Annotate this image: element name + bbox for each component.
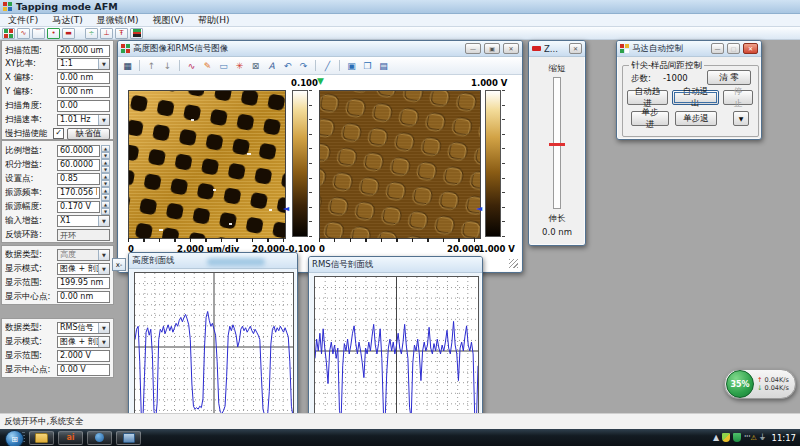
chevron-down-icon: ▼ xyxy=(98,250,109,260)
setpoint-spinner[interactable]: ▲▼ xyxy=(101,173,110,185)
p-gain-spinner[interactable]: ▲▼ xyxy=(101,145,110,157)
minimize-button[interactable]: — xyxy=(465,43,481,54)
hidden-window-tab[interactable]: x- xyxy=(112,258,126,271)
i-gain-input[interactable] xyxy=(57,159,100,171)
palette-icon[interactable] xyxy=(130,28,143,39)
chevron-down-icon: ▼ xyxy=(98,323,109,333)
afm-application: Tapping mode AFM 文件(F) 马达(T) 显微镜(M) 视图(V… xyxy=(0,0,800,446)
auto-retract-button[interactable]: 自动退出 xyxy=(672,90,719,105)
rms-display-mode-select[interactable]: 图像 + 剖面线▼ xyxy=(57,336,110,348)
tray-expand-icon[interactable]: ▲ xyxy=(713,434,719,442)
taskbar-app2-button[interactable]: ai xyxy=(58,431,83,445)
line-profile-icon[interactable]: ╱ xyxy=(321,59,334,72)
rms-profile-plot[interactable] xyxy=(314,276,479,426)
rect-select-icon[interactable]: ▭ xyxy=(217,59,230,72)
point-scan-icon[interactable]: • xyxy=(47,28,60,39)
xy-ratio-select[interactable]: 1:1▼ xyxy=(57,58,110,70)
taskbar: ai xyxy=(0,429,800,446)
default-values-button[interactable]: 缺省值 xyxy=(67,128,110,140)
approach-icon[interactable]: ÷ xyxy=(85,28,98,39)
copy-image-icon[interactable]: ❐ xyxy=(361,59,374,72)
clear-steps-button[interactable]: 清 零 xyxy=(707,70,751,85)
drive-freq-spinner[interactable]: ▲▼ xyxy=(101,187,110,199)
auto-approach-button[interactable]: 自动趋进 xyxy=(627,90,668,105)
rms-profile-titlebar[interactable]: RMS信号剖面线 xyxy=(309,257,482,273)
close-button[interactable]: ✕ xyxy=(743,43,758,54)
power-plug-icon[interactable]: ⏚ xyxy=(760,434,766,442)
curve-icon[interactable]: ⌒ xyxy=(32,28,45,39)
brush-icon[interactable]: ✎ xyxy=(201,59,214,72)
scan-down-icon[interactable]: ↓ xyxy=(161,59,174,72)
system-tray: ▲ ᶦᶦᶦ⚠ ⏚ 11:17 xyxy=(713,429,800,446)
scan-up-icon[interactable]: ↑ xyxy=(145,59,158,72)
grid-select-icon[interactable]: ⊠ xyxy=(249,59,262,72)
i-gain-spinner[interactable]: ▲▼ xyxy=(101,159,110,171)
menu-view[interactable]: 视图(V) xyxy=(153,14,184,27)
input-gain-select[interactable]: X1▼ xyxy=(57,215,110,227)
undo-icon[interactable]: ↶ xyxy=(281,59,294,72)
motor-options-dropdown[interactable]: ▼ xyxy=(733,111,749,126)
tip-up-icon[interactable]: Ŧ xyxy=(115,28,128,39)
palette-adjust-icon[interactable]: ∿ xyxy=(185,59,198,72)
slow-scan-checkbox[interactable]: ✓ xyxy=(53,128,64,139)
drive-freq-input[interactable] xyxy=(57,187,100,199)
start-button[interactable]: ⊞ xyxy=(5,430,24,446)
spectrum-icon[interactable]: ∿ xyxy=(17,28,30,39)
close-button[interactable]: ✕ xyxy=(569,43,582,54)
save-image-icon[interactable]: ▤ xyxy=(377,59,390,72)
x-offset-input[interactable] xyxy=(57,72,110,84)
minimize-button[interactable]: — xyxy=(711,43,724,54)
motor-window-titlebar[interactable]: 马达自动控制 — ▢ ✕ xyxy=(617,41,761,57)
scan-rate-select[interactable]: 1.01 Hz▼ xyxy=(57,114,110,126)
z-window-titlebar[interactable]: Z... ✕ xyxy=(529,41,585,57)
menu-microscope[interactable]: 显微镜(M) xyxy=(97,14,139,27)
restore-button[interactable]: ▣ xyxy=(484,43,500,54)
feedback-loop-label: 反馈环路: xyxy=(5,229,57,241)
maximize-button: ▢ xyxy=(727,43,740,54)
setpoint-input[interactable] xyxy=(57,173,100,185)
menu-motor[interactable]: 马达(T) xyxy=(52,14,83,27)
height-profile-plot[interactable] xyxy=(134,272,294,422)
image-window-titlebar[interactable]: 高度图像和RMS信号图像 — ▣ ✕ xyxy=(118,41,522,57)
line-scan-icon[interactable]: ▬ xyxy=(62,28,75,39)
height-display-center-input[interactable] xyxy=(57,291,110,303)
scan-angle-input[interactable] xyxy=(57,100,110,112)
close-button[interactable]: ✕ xyxy=(503,43,519,54)
y-offset-input[interactable] xyxy=(57,86,110,98)
rms-afm-image[interactable] xyxy=(319,90,481,239)
rms-display-center-input[interactable] xyxy=(57,364,110,376)
height-display-mode-select[interactable]: 图像 + 剖面线▼ xyxy=(57,263,110,275)
status-text: 反馈开环中,系统安全 xyxy=(4,416,83,428)
security-shield-icon[interactable] xyxy=(733,433,741,442)
height-afm-image[interactable] xyxy=(128,90,286,239)
scan-panel-icon[interactable] xyxy=(2,28,15,39)
single-step-back-button[interactable]: 单步退 xyxy=(675,111,717,126)
menu-file[interactable]: 文件(F) xyxy=(8,14,38,27)
p-gain-input[interactable] xyxy=(57,145,100,157)
taskbar-explorer-button[interactable] xyxy=(29,431,54,445)
point-marker-icon[interactable]: ✳ xyxy=(233,59,246,72)
rms-data-type-select[interactable]: RMS信号▼ xyxy=(57,322,110,334)
menu-help[interactable]: 帮助(H) xyxy=(198,14,230,27)
tip-down-icon[interactable]: ⊥ xyxy=(100,28,113,39)
antivirus-shield-icon[interactable] xyxy=(722,433,730,442)
single-step-forward-button[interactable]: 单步进 xyxy=(631,111,669,126)
rms-display-range-input[interactable] xyxy=(57,350,110,362)
clock[interactable]: 11:17 xyxy=(772,433,797,443)
drive-amp-spinner[interactable]: ▲▼ xyxy=(101,201,110,213)
image-mode-icon[interactable]: ▦ xyxy=(121,59,134,72)
drive-amp-input[interactable] xyxy=(57,201,100,213)
taskbar-browser-button[interactable] xyxy=(87,431,112,445)
scan-range-input[interactable] xyxy=(57,45,110,57)
tip-sample-group-title: 针尖-样品间距控制 xyxy=(629,60,704,72)
taskbar-app4-button[interactable] xyxy=(116,431,141,445)
network-warning-icon[interactable]: ᶦᶦᶦ⚠ xyxy=(744,434,757,442)
snapshot-icon[interactable]: ▣ xyxy=(345,59,358,72)
height-display-range-input[interactable] xyxy=(57,277,110,289)
redo-icon[interactable]: ↷ xyxy=(297,59,310,72)
z-position-marker[interactable] xyxy=(549,143,565,146)
resize-grip[interactable] xyxy=(509,259,518,268)
annotate-icon[interactable]: A xyxy=(265,59,278,72)
net-speed-widget[interactable]: 35% ↑ 0.04K/s ↓ 0.04K/s xyxy=(724,369,796,399)
window-icon xyxy=(123,433,135,443)
